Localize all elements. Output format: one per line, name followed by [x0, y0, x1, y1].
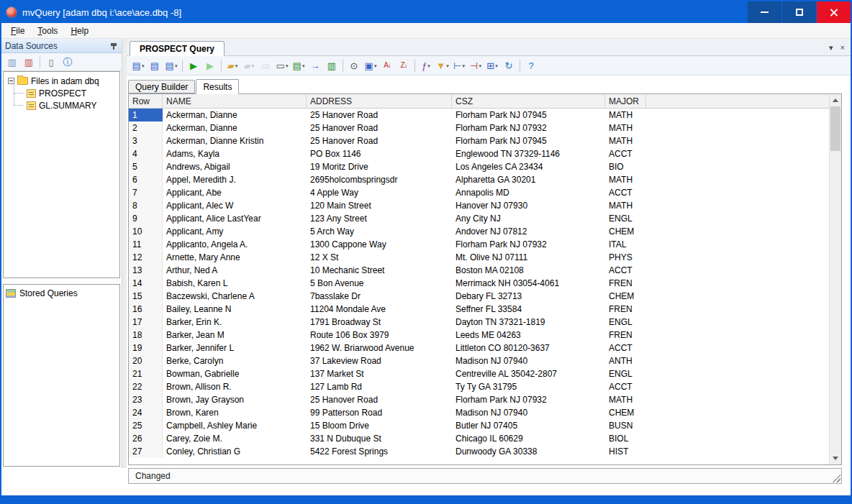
table-row[interactable]: 7Applicant, Abe4 Apple WayAnnapolis MDAC… — [129, 186, 829, 199]
run-button[interactable]: ▶ — [186, 58, 201, 73]
grid-cell[interactable]: Arnette, Mary Anne — [163, 251, 307, 264]
grid-cell[interactable]: 11204 Mondale Ave — [307, 303, 452, 316]
table-row[interactable]: 14Babish, Karen L5 Bon AvenueMerrimack N… — [129, 277, 829, 290]
functions-button[interactable]: ƒ▾ — [418, 58, 434, 73]
grid-cell[interactable]: PHYS — [605, 251, 646, 264]
grid-cell[interactable]: 99 Patterson Road — [307, 406, 452, 419]
grid-cell[interactable]: Bailey, Leanne N — [163, 303, 307, 316]
help-button[interactable]: ? — [523, 58, 539, 73]
grid-cell[interactable]: MATH — [605, 173, 646, 186]
table-row[interactable]: 18Barker, Jean MRoute 106 Box 3979Leeds … — [129, 329, 829, 342]
tab-close-icon[interactable]: × — [840, 44, 845, 52]
print-button[interactable]: ▭▾ — [274, 58, 290, 73]
grid-cell[interactable]: FREN — [605, 329, 646, 342]
grid-cell[interactable]: 37 Lakeview Road — [307, 354, 452, 367]
row-number-cell[interactable]: 22 — [129, 380, 163, 393]
save-as-button[interactable]: ▤▾ — [163, 58, 179, 73]
grid-cell[interactable]: Annapolis MD — [452, 186, 605, 199]
grid-cell[interactable]: BIOL — [605, 432, 646, 445]
row-number-cell[interactable]: 12 — [129, 251, 163, 264]
row-number-cell[interactable]: 25 — [129, 419, 163, 432]
column-header-name[interactable]: NAME — [163, 94, 307, 108]
row-number-cell[interactable]: 16 — [129, 303, 163, 316]
row-number-cell[interactable]: 13 — [129, 264, 163, 277]
table-row[interactable]: 13Arthur, Ned A10 Mechanic StreetBoston … — [129, 264, 829, 277]
grid-cell[interactable]: Madison NJ 07940 — [452, 406, 605, 419]
grid-cell[interactable]: BUSN — [605, 419, 646, 432]
row-number-cell[interactable]: 2 — [129, 122, 163, 134]
grid-cell[interactable]: Baczewski, Charlene A — [163, 290, 307, 303]
row-number-cell[interactable]: 19 — [129, 342, 163, 354]
grid-cell[interactable]: Barker, Jean M — [163, 329, 307, 342]
grid-cell[interactable]: Boston MA 02108 — [452, 264, 605, 277]
scroll-up-button[interactable] — [830, 94, 841, 106]
split-button[interactable]: ⊣▾ — [468, 58, 484, 73]
grid-cell[interactable]: 7basslake Dr — [307, 290, 452, 303]
grid-cell[interactable]: Brown, Karen — [163, 406, 307, 419]
grid-cell[interactable]: Alpharetta GA 30201 — [452, 173, 605, 186]
tree-item-gl-summary[interactable]: GL.SUMMARY — [5, 99, 118, 111]
grid-cell[interactable]: Florham Park NJ 07945 — [452, 109, 605, 122]
stored-queries-item[interactable]: Stored Queries — [6, 287, 117, 299]
grid-cell[interactable]: PO Box 1146 — [307, 147, 452, 160]
grid-cell[interactable]: Los Angeles CA 23434 — [452, 160, 605, 173]
grid-cell[interactable]: Florham Park NJ 07932 — [452, 122, 605, 134]
grid-cell[interactable]: Applicant, Alec W — [163, 199, 307, 212]
grid-cell[interactable]: Applicant, Abe — [163, 186, 307, 199]
row-number-cell[interactable]: 5 — [129, 160, 163, 173]
row-number-cell[interactable]: 4 — [129, 147, 163, 160]
table-row[interactable]: 1Ackerman, Dianne25 Hanover RoadFlorham … — [129, 109, 829, 122]
attach-data-source-button[interactable]: ▥ — [4, 55, 20, 70]
vertical-scrollbar[interactable] — [829, 94, 841, 464]
grid-cell[interactable]: 25 Hanover Road — [307, 109, 452, 122]
grid-cell[interactable]: 4 Apple Way — [307, 186, 452, 199]
grid-cell[interactable]: Florham Park NJ 07932 — [452, 393, 605, 406]
grid-cell[interactable]: Carey, Zoie M. — [163, 432, 307, 445]
grid-cell[interactable]: Ackerman, Dianne — [163, 109, 307, 122]
copy-button[interactable]: ▣▾ — [363, 58, 379, 73]
column-header-row[interactable]: Row — [129, 94, 163, 108]
grid-cell[interactable]: 5422 Forest Springs — [307, 445, 452, 458]
document-tab-prospect-query[interactable]: PROSPECT Query — [130, 41, 225, 56]
grid-cell[interactable]: Merrimack NH 03054-4061 — [452, 277, 605, 290]
group-button[interactable]: ⊢▾ — [451, 58, 467, 73]
row-number-cell[interactable]: 11 — [129, 238, 163, 251]
grid-cell[interactable]: FREN — [605, 303, 646, 316]
table-row[interactable]: 12Arnette, Mary Anne12 X StMt. Olive NJ … — [129, 251, 829, 264]
tree-item-prospect[interactable]: PROSPECT — [5, 87, 118, 99]
close-button[interactable] — [817, 1, 851, 23]
grid-cell[interactable]: Madison NJ 07940 — [452, 354, 605, 367]
sort-descending-button[interactable]: Z↓ — [396, 58, 412, 73]
grid-cell[interactable]: Ackerman, Dianne — [163, 122, 307, 134]
grid-cell[interactable]: 15 Bloom Drive — [307, 419, 452, 432]
row-number-cell[interactable]: 6 — [129, 173, 163, 186]
grid-cell[interactable]: Centreville AL 35042-2807 — [452, 367, 605, 380]
grid-cell[interactable]: Barker, Jennifer L — [163, 342, 307, 354]
grid-cell[interactable]: Bowman, Gabrielle — [163, 367, 307, 380]
tab-results[interactable]: Results — [196, 79, 239, 94]
table-row[interactable]: 9Applicant, Alice LastYear123 Any Street… — [129, 212, 829, 225]
table-row[interactable]: 25Campbell, Ashley Marie15 Bloom DriveBu… — [129, 419, 829, 432]
grid-cell[interactable]: 127 Lamb Rd — [307, 380, 452, 393]
grid-cell[interactable]: Applicant, Amy — [163, 225, 307, 238]
row-number-cell[interactable]: 24 — [129, 406, 163, 419]
grid-cell[interactable]: Appel, Meredith J. — [163, 173, 307, 186]
grid-cell[interactable]: Any City NJ — [452, 212, 605, 225]
grid-cell[interactable]: 5 Arch Way — [307, 225, 452, 238]
row-number-cell[interactable]: 10 — [129, 225, 163, 238]
grid-cell[interactable]: 5 Bon Avenue — [307, 277, 452, 290]
library-button[interactable]: ▥ — [324, 58, 340, 73]
maximize-button[interactable] — [782, 1, 816, 23]
grid-cell[interactable]: HIST — [605, 445, 646, 458]
table-row[interactable]: 17Barker, Erin K.1791 Broadway StDayton … — [129, 316, 829, 329]
grid-cell[interactable]: ACCT — [605, 342, 646, 354]
row-number-cell[interactable]: 14 — [129, 277, 163, 290]
tab-list-dropdown-icon[interactable]: ▾ — [829, 44, 833, 52]
grid-cell[interactable]: MATH — [605, 122, 646, 134]
grid-cell[interactable]: 1300 Cappone Way — [307, 238, 452, 251]
tree-item-files-in-adam-dbq[interactable]: Files in adam dbq — [5, 75, 118, 87]
menu-tools[interactable]: Tools — [31, 24, 64, 38]
grid-cell[interactable]: ACCT — [605, 264, 646, 277]
grid-cell[interactable]: Debary FL 32713 — [452, 290, 605, 303]
web-refresh-button[interactable]: ↻ — [501, 58, 517, 73]
